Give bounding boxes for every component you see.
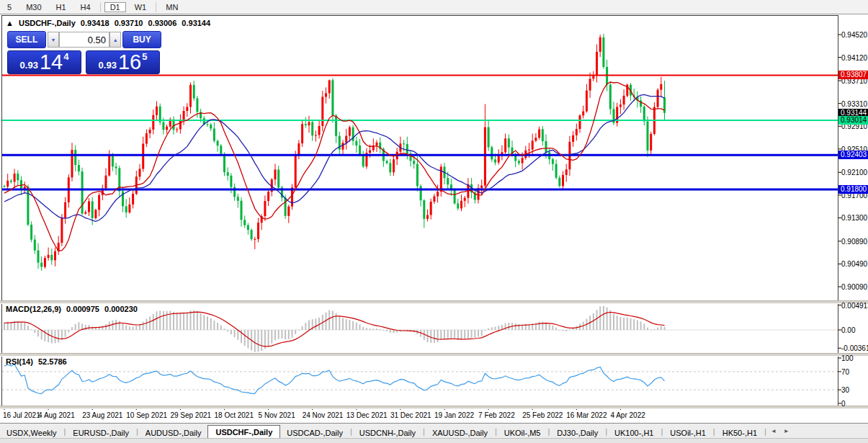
date-label: 4 Aug 2021: [38, 411, 75, 419]
price-axis-label: 0.94520: [841, 31, 867, 39]
chart-symbol-title: USDCHF-,Daily: [19, 19, 76, 27]
tab-item-usdx-weekly[interactable]: USDX,Weekly: [0, 426, 63, 439]
pane-separator-main-macd[interactable]: [0, 300, 868, 304]
sell-button[interactable]: SELL: [7, 31, 46, 48]
price-badge: 0.91800: [838, 185, 868, 194]
price-axis-label: 0.91300: [841, 214, 867, 222]
volume-decrease-button[interactable]: ▼: [48, 32, 59, 48]
price-badge: 0.92403: [838, 151, 868, 159]
volume-increase-button[interactable]: ▲: [109, 32, 121, 48]
chart-tab-bar: USDX,Weekly|EURUSD-,Daily|AUDUSD-,DailyU…: [0, 423, 868, 439]
buy-price-prefix: 0.93: [99, 60, 117, 71]
rsi-pane: [2, 356, 838, 406]
tab-item-usdcnh-daily[interactable]: USDCNH-,Daily: [353, 426, 422, 439]
date-label: 4 Apr 2022: [610, 411, 645, 419]
rsi-axis-label: 70: [841, 368, 867, 376]
date-label: 19 Jan 2022: [434, 411, 474, 419]
one-click-trading-panel: SELL ▼ ▲ BUY 0.93 14 4 0.93 16 5: [7, 31, 161, 74]
date-label: 31 Dec 2021: [390, 411, 431, 419]
tab-item-usdcad-daily[interactable]: USDCAD-,Daily: [280, 426, 349, 439]
macd-signal-value: 0.000230: [104, 305, 138, 313]
buy-price-panel[interactable]: 0.93 16 5: [86, 50, 160, 74]
pane-separator-rsi-dates: [0, 406, 868, 409]
macd-axis-label: -0.00361: [841, 344, 867, 352]
tab-item-usoil-h1[interactable]: USOil-,H1: [663, 426, 712, 439]
ohlc-low: 0.93006: [148, 19, 177, 27]
trading-app-window: 5M30H1H4D1W1MN ▲ USDCHF-,Daily 0.93418 0…: [0, 0, 868, 443]
volume-input[interactable]: [59, 32, 109, 48]
bottom-scroll-strip[interactable]: [0, 438, 868, 443]
tab-item-eurusd-daily[interactable]: EURUSD-,Daily: [66, 426, 135, 439]
date-label: 23 Aug 2021: [82, 411, 122, 419]
date-label: 7 Feb 2022: [478, 411, 515, 419]
date-label: 24 Nov 2021: [303, 411, 344, 419]
tab-item-dj30-daily[interactable]: DJ30-,Daily: [550, 426, 604, 439]
tab-item-ukoil-m5[interactable]: UKOil-,M5: [498, 426, 547, 439]
tab-scroll-left-icon[interactable]: ◄: [767, 425, 780, 437]
tab-item-uk100-h1[interactable]: UK100-,H1: [608, 426, 660, 439]
pane-separator-macd-rsi[interactable]: [0, 353, 868, 357]
price-axis-label: 0.92100: [841, 169, 867, 176]
chart-title-bar: ▲ USDCHF-,Daily 0.93418 0.93710 0.93006 …: [6, 19, 213, 27]
price-badge: 0.93014: [838, 116, 868, 125]
sell-price-panel[interactable]: 0.93 14 4: [7, 50, 81, 74]
date-label: 5 Nov 2021: [259, 411, 295, 419]
tab-item-xauusd-daily[interactable]: XAUUSD-,Daily: [426, 426, 494, 439]
macd-name: MACD(12,26,9): [6, 305, 61, 313]
macd-indicator-label: MACD(12,26,9) 0.000975 0.000230: [6, 305, 140, 313]
rsi-value: 52.5786: [38, 357, 67, 366]
date-label: 16 Mar 2022: [566, 411, 607, 419]
rsi-name: RSI(14): [6, 357, 33, 366]
buy-button[interactable]: BUY: [122, 31, 161, 48]
tab-item-hk50-h1[interactable]: HK50-,H1: [716, 426, 764, 439]
price-badge: 0.93807: [838, 71, 868, 79]
macd-axis-label: 0.004913: [841, 302, 867, 310]
price-axis-label: 0.90490: [841, 260, 867, 268]
rsi-axis-label: 100: [841, 354, 867, 362]
date-label: 13 Dec 2021: [346, 411, 388, 419]
ohlc-open: 0.93418: [81, 19, 109, 27]
chevron-down-icon: ▼: [50, 37, 55, 42]
sell-price-prefix: 0.93: [20, 60, 38, 71]
price-axis-label: 0.93310: [841, 100, 867, 108]
sell-price-big: 14: [40, 52, 63, 73]
price-axis-label: 0.90090: [841, 283, 867, 291]
buy-price-big: 16: [118, 52, 141, 73]
ohlc-close: 0.93144: [182, 19, 210, 27]
date-label: 18 Oct 2021: [215, 411, 254, 419]
ohlc-high: 0.93710: [115, 19, 143, 27]
date-label: 16 Jul 2021: [3, 411, 40, 419]
collapse-panel-icon[interactable]: ▲: [6, 19, 14, 27]
rsi-axis-label: 30: [841, 386, 867, 394]
date-label: 29 Sep 2021: [170, 411, 211, 419]
price-axis-label: 0.94120: [841, 54, 867, 62]
tab-item-audusd-daily[interactable]: AUDUSD-,Daily: [139, 426, 208, 439]
buy-price-sup: 5: [142, 51, 147, 62]
rsi-axis-label: 0: [841, 400, 867, 408]
sell-price-sup: 4: [63, 51, 68, 62]
tab-scroll-right-icon[interactable]: ►: [780, 425, 793, 437]
tab-item-usdchf-daily[interactable]: USDCHF-,Daily: [207, 425, 280, 439]
chevron-up-icon: ▲: [113, 37, 118, 42]
rsi-indicator-label: RSI(14) 52.5786: [6, 357, 70, 366]
date-label: 10 Sep 2021: [126, 411, 167, 419]
price-axis-label: 0.90890: [841, 238, 867, 246]
macd-main-value: 0.000975: [66, 305, 99, 313]
macd-axis-label: 0.00: [841, 326, 867, 334]
date-label: 25 Feb 2022: [522, 411, 563, 419]
